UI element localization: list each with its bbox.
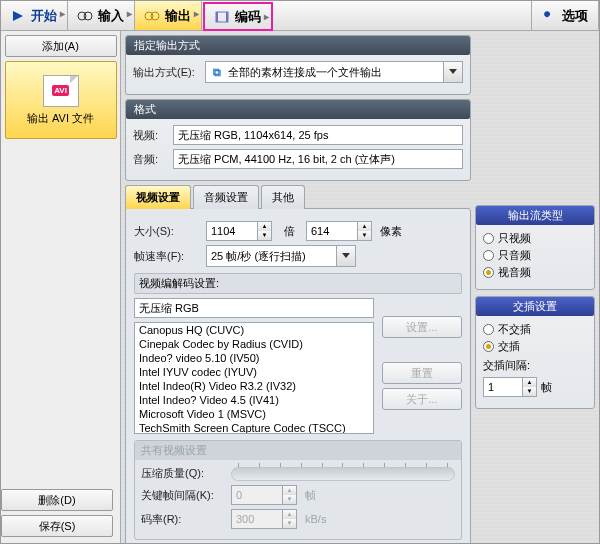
stream-type-title: 输出流类型 — [476, 206, 594, 225]
keyframe-stepper[interactable]: ▲▼ — [231, 485, 297, 505]
radio-no-interlace[interactable]: 不交插 — [483, 322, 587, 337]
avi-card-label: 输出 AVI 文件 — [27, 111, 94, 126]
bitrate-field[interactable] — [231, 509, 283, 529]
output-method-label: 输出方式(E): — [133, 65, 197, 80]
radio-video-audio[interactable]: 视音频 — [483, 265, 587, 280]
codec-reset-button[interactable]: 重置 — [382, 362, 462, 384]
reel-out-icon — [143, 7, 161, 25]
tab-output[interactable]: 输出 — [135, 1, 202, 30]
times-label: 倍 — [280, 224, 298, 239]
svg-point-2 — [84, 12, 92, 20]
wrench-icon — [540, 7, 558, 25]
codec-option[interactable]: Canopus HQ (CUVC) — [135, 323, 373, 337]
avi-output-card[interactable]: AVI 输出 AVI 文件 — [5, 61, 117, 139]
keyframe-field[interactable] — [231, 485, 283, 505]
quality-label: 压缩质量(Q): — [141, 466, 223, 481]
codec-option[interactable]: Microsoft Video 1 (MSVC) — [135, 407, 373, 421]
right-column: 指定输出方式 输出方式(E): ⧉ 全部的素材连接成一个文件输出 格式 — [121, 31, 599, 543]
output-method-title: 指定输出方式 — [126, 36, 470, 55]
tab-input-label: 输入 — [98, 7, 124, 25]
tab-options[interactable]: 选项 — [532, 1, 599, 30]
format-video-value: 无压缩 RGB, 1104x614, 25 fps — [173, 125, 463, 145]
radio-video-only[interactable]: 只视频 — [483, 231, 587, 246]
height-up[interactable]: ▲ — [358, 222, 371, 231]
output-method-group: 指定输出方式 输出方式(E): ⧉ 全部的素材连接成一个文件输出 — [125, 35, 471, 95]
codec-settings-button[interactable]: 设置... — [382, 316, 462, 338]
output-method-value: 全部的素材连接成一个文件输出 — [228, 65, 382, 80]
shared-title: 共有视频设置 — [135, 441, 461, 460]
delete-button[interactable]: 删除(D) — [1, 489, 113, 511]
codec-option[interactable]: Cinepak Codec by Radius (CVID) — [135, 337, 373, 351]
bitrate-label: 码率(R): — [141, 512, 223, 527]
tab-output-label: 输出 — [165, 7, 191, 25]
fps-value: 25 帧/秒 (逐行扫描) — [211, 249, 306, 264]
toolbar-spacer — [274, 1, 532, 30]
bitrate-unit: kB/s — [305, 513, 326, 525]
avi-file-icon: AVI — [43, 75, 79, 107]
video-settings-panel: 大小(S): ▲▼ 倍 ▲▼ 像素 帧速率(F): 25 帧/秒 (逐行扫描) … — [125, 208, 471, 543]
interlace-group: 交插设置 不交插 交插 交插间隔: ▲▼ 帧 — [475, 296, 595, 409]
width-stepper[interactable]: ▲▼ — [206, 221, 272, 241]
radio-interlace[interactable]: 交插 — [483, 339, 587, 354]
height-stepper[interactable]: ▲▼ — [306, 221, 372, 241]
codec-option[interactable]: Intel IYUV codec (IYUV) — [135, 365, 373, 379]
interval-label: 交插间隔: — [483, 358, 587, 373]
format-audio-value: 无压缩 PCM, 44100 Hz, 16 bit, 2 ch (立体声) — [173, 149, 463, 169]
codec-option[interactable]: Intel Indeo? Video 4.5 (IV41) — [135, 393, 373, 407]
codec-about-button[interactable]: 关于... — [382, 388, 462, 410]
tab-video-settings[interactable]: 视频设置 — [125, 185, 191, 209]
codec-option[interactable]: Indeo? video 5.10 (IV50) — [135, 351, 373, 365]
tab-other-settings[interactable]: 其他 — [261, 185, 305, 209]
tab-encode[interactable]: 编码 — [203, 2, 273, 31]
chevron-down-icon — [449, 69, 457, 74]
svg-rect-6 — [216, 12, 218, 22]
width-down[interactable]: ▼ — [258, 231, 271, 240]
codec-section-title: 视频编解码设置: — [134, 273, 462, 294]
filmstrip-icon — [213, 8, 231, 26]
output-method-dropdown[interactable]: ⧉ 全部的素材连接成一个文件输出 — [205, 61, 463, 83]
format-title: 格式 — [126, 100, 470, 119]
codec-selected[interactable]: 无压缩 RGB — [134, 298, 374, 318]
tab-audio-settings[interactable]: 音频设置 — [193, 185, 259, 209]
top-toolbar: 开始 输入 输出 编码 选项 — [1, 1, 599, 31]
width-up[interactable]: ▲ — [258, 222, 271, 231]
format-group: 格式 视频: 无压缩 RGB, 1104x614, 25 fps 音频: 无压缩… — [125, 99, 471, 181]
settings-tabs: 视频设置 音频设置 其他 — [125, 185, 471, 209]
left-column: 添加(A) AVI 输出 AVI 文件 删除(D) 保存(S) — [1, 31, 121, 543]
fps-label: 帧速率(F): — [134, 249, 198, 264]
size-label: 大小(S): — [134, 224, 198, 239]
codec-list[interactable]: Canopus HQ (CUVC)Cinepak Codec by Radius… — [134, 322, 374, 434]
fps-dropdown[interactable]: 25 帧/秒 (逐行扫描) — [206, 245, 356, 267]
bitrate-stepper[interactable]: ▲▼ — [231, 509, 297, 529]
quality-slider[interactable] — [231, 467, 455, 481]
svg-marker-0 — [13, 11, 23, 21]
interval-stepper[interactable]: ▲▼ — [483, 377, 537, 397]
svg-rect-7 — [226, 12, 228, 22]
tab-start[interactable]: 开始 — [1, 1, 68, 30]
interlace-title: 交插设置 — [476, 297, 594, 316]
stream-type-group: 输出流类型 只视频 只音频 视音频 — [475, 205, 595, 290]
reel-in-icon — [76, 7, 94, 25]
chevron-down-icon — [342, 253, 350, 258]
save-button[interactable]: 保存(S) — [1, 515, 113, 537]
tab-encode-label: 编码 — [235, 8, 261, 26]
tab-input[interactable]: 输入 — [68, 1, 135, 30]
height-down[interactable]: ▼ — [358, 231, 371, 240]
svg-point-4 — [151, 12, 159, 20]
shared-video-group: 共有视频设置 压缩质量(Q): 关键帧间隔(K): ▲▼ 帧 — [134, 440, 462, 540]
radio-audio-only[interactable]: 只音频 — [483, 248, 587, 263]
keyframe-label: 关键帧间隔(K): — [141, 488, 223, 503]
keyframe-unit: 帧 — [305, 488, 316, 503]
avi-badge: AVI — [52, 85, 69, 96]
pixel-label: 像素 — [380, 224, 402, 239]
codec-option[interactable]: Intel Indeo(R) Video R3.2 (IV32) — [135, 379, 373, 393]
link-all-icon: ⧉ — [210, 65, 224, 79]
format-video-label: 视频: — [133, 128, 165, 143]
height-field[interactable] — [306, 221, 358, 241]
format-audio-label: 音频: — [133, 152, 165, 167]
codec-option[interactable]: TechSmith Screen Capture Codec (TSCC) — [135, 421, 373, 434]
width-field[interactable] — [206, 221, 258, 241]
interval-field[interactable] — [483, 377, 523, 397]
play-icon — [9, 7, 27, 25]
add-button[interactable]: 添加(A) — [5, 35, 117, 57]
